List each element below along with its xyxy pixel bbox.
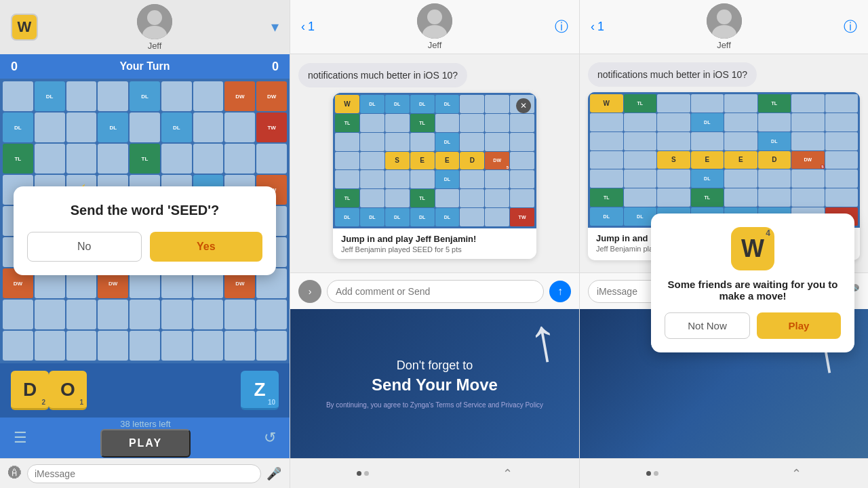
- contact-avatar-2: [707, 3, 742, 39]
- close-icon[interactable]: ✕: [516, 98, 531, 113]
- svg-point-7: [717, 9, 732, 24]
- app-badge-super: 4: [766, 228, 770, 238]
- board-cell: [3, 81, 33, 111]
- tile-score: 2: [41, 399, 45, 406]
- message-bubble: notifications much better in iOS 10?: [298, 63, 467, 87]
- dialog-title: Send the word 'SEED'?: [27, 203, 262, 218]
- card-title: Jump in and play Jeff Benjamin!: [341, 234, 528, 244]
- forward-icon[interactable]: ›: [298, 280, 321, 303]
- board-cell: DL: [35, 81, 65, 111]
- board-cell: [66, 300, 97, 329]
- board-cell: [66, 144, 97, 174]
- board-cell: [161, 144, 192, 174]
- microphone-icon[interactable]: 🎤: [267, 466, 281, 481]
- board-cell: [224, 113, 255, 142]
- board-cell: [130, 113, 160, 142]
- score-left: 0: [11, 60, 18, 74]
- board-cell: [130, 331, 160, 361]
- game-board: DL DL DW DW DL DL DL TW TL TL: [0, 79, 290, 363]
- play-button[interactable]: PLAY: [100, 429, 191, 458]
- letters-left: 38 letters left: [120, 419, 170, 429]
- board-cell: [3, 300, 33, 329]
- board-cell: [35, 300, 65, 329]
- bottom-bar: ☰ 38 letters left PLAY ↺: [0, 418, 290, 458]
- imessage-panel-2: ‹ 1 Jeff ⓘ notifications much better in …: [579, 0, 868, 488]
- tile-score: 10: [268, 399, 275, 406]
- send-button[interactable]: ↑: [549, 281, 571, 302]
- promo-bold: Send Your Move: [372, 375, 498, 394]
- app-store-icon[interactable]: 🅐: [8, 466, 22, 481]
- board-cell: [256, 144, 287, 174]
- w-badge: W: [11, 14, 38, 41]
- board-cell: [256, 300, 287, 329]
- board-cell: TW: [256, 113, 287, 142]
- ios-bottom-bar-2: ⌃: [580, 458, 868, 488]
- refresh-icon[interactable]: ↺: [264, 429, 276, 447]
- rack-tile-d[interactable]: D2: [11, 371, 49, 410]
- wwf-app-icon: W4: [731, 227, 774, 270]
- board-cell: [35, 331, 65, 361]
- board-cell: [98, 300, 128, 329]
- top-bar: W Jeff ▾: [0, 0, 290, 54]
- board-cell: [3, 331, 33, 361]
- board-cell: [130, 300, 160, 329]
- board-cell: [98, 331, 128, 361]
- no-button[interactable]: No: [27, 232, 142, 262]
- board-cell: [193, 113, 224, 142]
- ios-input-bar: 🅐 🎤: [0, 458, 290, 488]
- board-cell: DL: [130, 81, 160, 111]
- chevron-up-icon-2[interactable]: ⌃: [791, 466, 802, 481]
- page-dots: [357, 471, 369, 476]
- mini-board-preview: W DL DL DL DL TL TL: [333, 93, 536, 228]
- rack-tile-o[interactable]: O1: [49, 371, 87, 410]
- board-cell: [98, 81, 128, 111]
- board-cell: [193, 300, 224, 329]
- player-name: Jeff: [148, 41, 162, 51]
- wwf-game-card[interactable]: ✕ W DL DL DL DL TL TL: [333, 93, 536, 259]
- imessage-input[interactable]: [27, 464, 261, 483]
- board-cell: [193, 81, 224, 111]
- avatar: [137, 4, 172, 39]
- your-turn-label: Your Turn: [119, 60, 170, 73]
- card-subtitle: Jeff Benjamin played SEED for 5 pts: [341, 245, 528, 253]
- board-cell: DL: [3, 113, 33, 142]
- board-cell: [66, 81, 97, 111]
- board-cell: [35, 144, 65, 174]
- board-cell: [193, 331, 224, 361]
- board-cell: [35, 113, 65, 142]
- board-cell: [66, 331, 97, 361]
- board-cell: TL: [3, 144, 33, 174]
- rack-tile-z[interactable]: Z10: [241, 371, 279, 410]
- dot-1: [357, 471, 361, 476]
- board-cell: [193, 144, 224, 174]
- board-cell: [224, 300, 255, 329]
- board-cell: DL: [161, 113, 192, 142]
- play-now-button[interactable]: Play: [757, 312, 841, 339]
- board-cell: DL: [98, 113, 128, 142]
- board-cell: [66, 113, 97, 142]
- svg-point-4: [427, 9, 442, 24]
- message-input-bar: › ↑: [290, 272, 579, 309]
- back-button[interactable]: ‹ 1: [301, 20, 315, 34]
- board-cell: [161, 300, 192, 329]
- chevron-down-icon[interactable]: ▾: [271, 18, 279, 36]
- board-cell: [224, 331, 255, 361]
- info-icon-2[interactable]: ⓘ: [844, 18, 857, 36]
- back-count-2: 1: [597, 20, 604, 34]
- chevron-up-icon[interactable]: ⌃: [502, 466, 513, 481]
- score-bar: 0 Your Turn 0: [0, 54, 290, 79]
- imessage-header-2: ‹ 1 Jeff ⓘ: [580, 0, 868, 54]
- message-input[interactable]: [327, 280, 544, 303]
- chat-area: notifications much better in iOS 10? ✕ W…: [290, 54, 579, 272]
- yes-button[interactable]: Yes: [150, 232, 263, 262]
- info-icon[interactable]: ⓘ: [555, 18, 568, 36]
- back-button-2[interactable]: ‹ 1: [591, 20, 604, 34]
- confirm-dialog: Send the word 'SEED'? No Yes: [14, 186, 276, 275]
- contact-name: Jeff: [428, 40, 442, 50]
- hamburger-icon[interactable]: ☰: [14, 429, 27, 447]
- not-now-button[interactable]: Not Now: [665, 312, 750, 339]
- dot-2b: [654, 471, 658, 476]
- dot-2: [364, 471, 369, 476]
- board-cell: [161, 81, 192, 111]
- promo-title: Don't forget to: [372, 359, 498, 373]
